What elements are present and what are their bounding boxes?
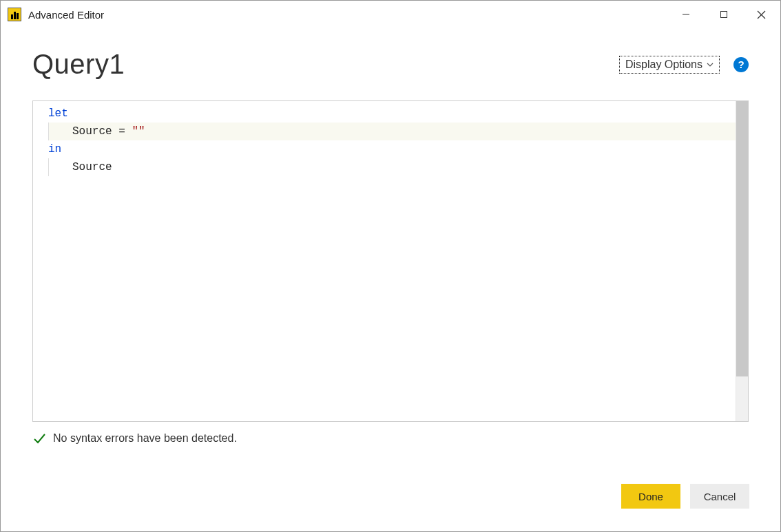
header-row: Query1 Display Options ? — [32, 49, 749, 80]
editor-text-area[interactable]: let Source = "" in Source — [33, 101, 736, 421]
maximize-button[interactable] — [705, 1, 742, 28]
svg-rect-1 — [720, 12, 727, 18]
page-title: Query1 — [32, 49, 125, 80]
status-bar: No syntax errors have been detected. — [32, 432, 749, 445]
footer-buttons: Done Cancel — [621, 484, 749, 509]
scrollbar-thumb[interactable] — [736, 101, 748, 376]
window-title: Advanced Editor — [28, 9, 104, 21]
close-icon — [757, 10, 766, 19]
titlebar: Advanced Editor — [1, 1, 780, 28]
code-editor[interactable]: let Source = "" in Source — [32, 100, 749, 422]
vertical-scrollbar[interactable] — [736, 101, 748, 421]
cancel-button[interactable]: Cancel — [690, 484, 749, 509]
header-right: Display Options ? — [619, 56, 749, 74]
chevron-down-icon — [707, 63, 714, 67]
minimize-icon — [682, 10, 690, 19]
code-string: "" — [132, 125, 145, 138]
checkmark-icon — [32, 432, 46, 445]
code-keyword: in — [48, 143, 61, 156]
display-options-dropdown[interactable]: Display Options — [619, 56, 720, 74]
code-keyword: let — [48, 107, 68, 120]
display-options-label: Display Options — [625, 58, 702, 71]
status-message: No syntax errors have been detected. — [53, 432, 237, 445]
content-area: Query1 Display Options ? let Source = ""… — [1, 28, 780, 452]
minimize-button[interactable] — [667, 1, 705, 28]
help-icon[interactable]: ? — [733, 57, 749, 72]
code-identifier: Source = — [72, 125, 132, 138]
done-button[interactable]: Done — [621, 484, 680, 509]
window-controls — [667, 1, 780, 28]
close-button[interactable] — [742, 1, 780, 28]
app-icon — [8, 8, 21, 21]
maximize-icon — [720, 10, 728, 19]
code-identifier: Source — [72, 161, 112, 173]
